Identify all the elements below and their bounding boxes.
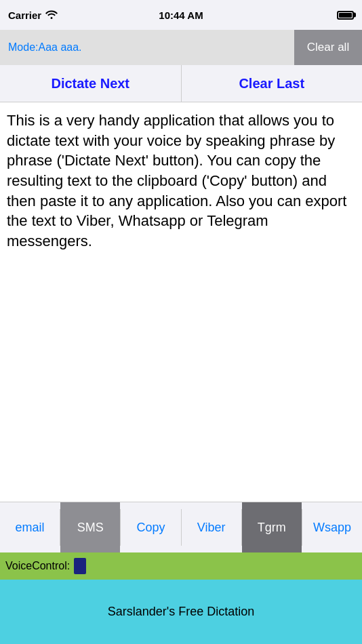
dictate-next-button[interactable]: Dictate Next <box>0 65 182 102</box>
status-right <box>337 11 354 20</box>
voice-control-bar: VoiceControl: <box>0 552 362 580</box>
footer: Sarslander's Free Dictation <box>0 580 362 644</box>
footer-label: Sarslander's Free Dictation <box>108 605 255 619</box>
bottom-bar: email SMS Copy Viber Tgrm Wsapp <box>0 502 362 552</box>
clear-all-button[interactable]: Clear all <box>294 30 362 65</box>
status-bar: Carrier 10:44 AM <box>0 0 362 30</box>
mode-label: Mode:Aaa aaa. <box>0 30 294 65</box>
wsapp-button[interactable]: Wsapp <box>302 502 362 552</box>
status-left: Carrier <box>8 9 58 21</box>
viber-button[interactable]: Viber <box>182 502 241 552</box>
copy-button[interactable]: Copy <box>121 502 180 552</box>
carrier-label: Carrier <box>8 9 41 21</box>
main-text: This is a very handy application that al… <box>7 112 346 249</box>
main-content: This is a very handy application that al… <box>0 102 362 482</box>
email-button[interactable]: email <box>0 502 60 552</box>
tgrm-button[interactable]: Tgrm <box>242 502 302 552</box>
battery-icon <box>337 11 354 20</box>
voice-control-label: VoiceControl: <box>5 560 70 572</box>
status-time: 10:44 AM <box>159 9 203 21</box>
sms-button[interactable]: SMS <box>60 502 120 552</box>
wifi-icon <box>45 9 58 21</box>
action-row: Dictate Next Clear Last <box>0 65 362 102</box>
voice-indicator <box>74 558 86 574</box>
top-bar: Mode:Aaa aaa. Clear all <box>0 30 362 65</box>
clear-last-button[interactable]: Clear Last <box>182 65 363 102</box>
